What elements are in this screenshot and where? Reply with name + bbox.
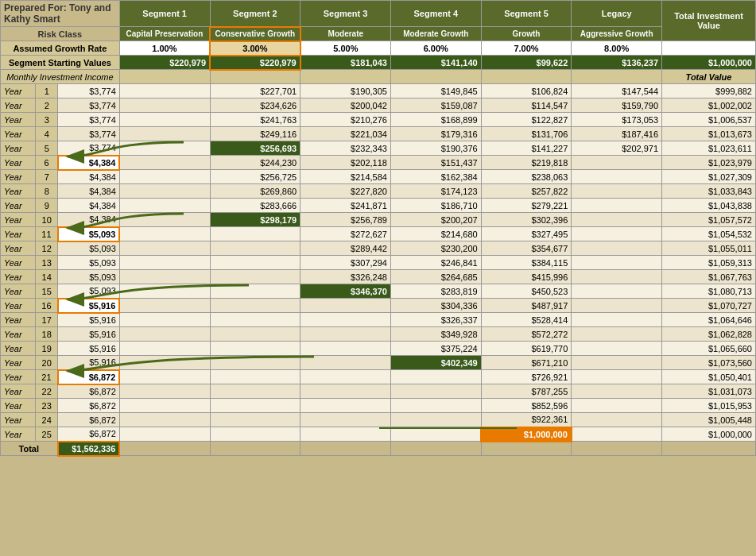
table-row: Year8$4,384$269,860$227,820$174,123$257,… — [1, 184, 756, 199]
seg4-value — [390, 427, 481, 442]
total-value: $1,057,572 — [662, 213, 756, 227]
total-value: $1,006,537 — [662, 113, 756, 127]
income-value: $6,872 — [58, 370, 120, 384]
seg4-value — [390, 413, 481, 427]
table-row: Year17$5,916$326,337$528,414$1,064,646 — [1, 313, 756, 327]
seg5-value: $257,822 — [481, 184, 572, 199]
income-value: $5,916 — [58, 356, 120, 370]
starting-seg5: $99,622 — [481, 56, 572, 70]
year-label: Year — [1, 356, 36, 370]
income-value: $5,916 — [58, 299, 120, 313]
total-value: $1,031,073 — [662, 384, 756, 399]
seg4-header: Segment 4 — [390, 1, 481, 27]
seg1-value — [119, 98, 210, 113]
income-value: $5,916 — [58, 342, 120, 356]
year-label: Year — [1, 199, 36, 213]
starting-seg4: $141,140 — [390, 56, 481, 70]
seg3-header: Segment 3 — [300, 1, 391, 27]
seg1-value — [119, 370, 210, 384]
seg5-value: $384,115 — [481, 256, 572, 270]
seg6-value — [572, 270, 662, 284]
seg3-value: $214,584 — [300, 170, 391, 184]
seg1-value — [119, 384, 210, 399]
table-row: Year15$5,093$346,370$283,819$450,523$1,0… — [1, 284, 756, 299]
total-value: $1,013,673 — [662, 127, 756, 141]
year-label: Year — [1, 384, 36, 399]
data-body: Year1$3,774$227,701$190,305$149,845$106,… — [1, 84, 756, 442]
seg6-value — [572, 356, 662, 370]
seg4-value: $402,349 — [390, 356, 481, 370]
seg2-value — [210, 356, 300, 370]
seg4-value — [390, 370, 481, 384]
income-value: $4,384 — [58, 213, 120, 227]
seg5-header: Segment 5 — [481, 1, 572, 27]
mi-seg2 — [210, 70, 300, 84]
year-label: Year — [1, 241, 36, 256]
header-row-1: Prepared For: Tony and Kathy Smart Segme… — [1, 1, 756, 27]
seg4-value: $200,207 — [390, 213, 481, 227]
table-row: Year1$3,774$227,701$190,305$149,845$106,… — [1, 84, 756, 98]
table-footer: Total $1,562,336 — [1, 442, 756, 456]
year-label: Year — [1, 227, 36, 241]
table-row: Year3$3,774$241,763$210,276$168,899$122,… — [1, 113, 756, 127]
seg6-value: $187,416 — [572, 127, 662, 141]
assumed-growth-label: Assumed Growth Rate — [1, 41, 120, 56]
year-number: 20 — [36, 356, 58, 370]
table-row: Year23$6,872$852,596$1,015,953 — [1, 399, 756, 413]
seg2-value: $256,693 — [210, 141, 300, 156]
monthly-income-header-row: Monthly Investment Income Total Value — [1, 70, 756, 84]
total-seg5 — [481, 442, 572, 456]
seg2-value — [210, 227, 300, 241]
year-number: 15 — [36, 284, 58, 299]
page-wrapper: Prepared For: Tony and Kathy Smart Segme… — [0, 0, 756, 457]
seg1-value — [119, 399, 210, 413]
year-number: 24 — [36, 413, 58, 427]
seg1-value — [119, 84, 210, 98]
year-label: Year — [1, 127, 36, 141]
seg4-value: $230,200 — [390, 241, 481, 256]
seg2-value — [210, 327, 300, 342]
year-number: 5 — [36, 141, 58, 156]
seg3-value — [300, 370, 391, 384]
seg3-subheader: Moderate — [300, 27, 391, 41]
year-label: Year — [1, 299, 36, 313]
year-number: 12 — [36, 241, 58, 256]
seg5-value: $922,361 — [481, 413, 572, 427]
year-number: 6 — [36, 156, 58, 170]
seg4-value: $190,376 — [390, 141, 481, 156]
table-row: Year5$3,774$256,693$232,343$190,376$141,… — [1, 141, 756, 156]
year-label: Year — [1, 256, 36, 270]
growth-rate-seg6: 8.00% — [572, 41, 662, 56]
seg3-value — [300, 384, 391, 399]
total-value: $1,073,560 — [662, 356, 756, 370]
segment-starting-row: Segment Starting Values $220,979 $220,97… — [1, 56, 756, 70]
seg1-value — [119, 256, 210, 270]
year-number: 22 — [36, 384, 58, 399]
seg6-value — [572, 384, 662, 399]
seg6-value — [572, 241, 662, 256]
income-value: $6,872 — [58, 384, 120, 399]
seg6-value — [572, 227, 662, 241]
seg3-value — [300, 342, 391, 356]
seg5-value: $528,414 — [481, 313, 572, 327]
total-value: $1,015,953 — [662, 399, 756, 413]
seg6-value — [572, 156, 662, 170]
year-number: 23 — [36, 399, 58, 413]
seg2-value: $269,860 — [210, 184, 300, 199]
seg3-value: $190,305 — [300, 84, 391, 98]
seg2-value — [210, 256, 300, 270]
income-value: $3,774 — [58, 127, 120, 141]
income-value: $4,384 — [58, 156, 120, 170]
growth-rate-seg3: 5.00% — [300, 41, 391, 56]
total-value: $1,055,011 — [662, 241, 756, 256]
seg5-value: $726,921 — [481, 370, 572, 384]
header-row-2: Risk Class Capital Preservation Conserva… — [1, 27, 756, 41]
year-label: Year — [1, 213, 36, 227]
seg6-value: $202,971 — [572, 141, 662, 156]
table-row: Year4$3,774$249,116$221,034$179,316$131,… — [1, 127, 756, 141]
total-value: $1,033,843 — [662, 184, 756, 199]
seg4-value: $264,685 — [390, 270, 481, 284]
prepared-for-header: Prepared For: Tony and Kathy Smart — [1, 1, 120, 27]
year-number: 18 — [36, 327, 58, 342]
seg4-subheader: Moderate Growth — [390, 27, 481, 41]
